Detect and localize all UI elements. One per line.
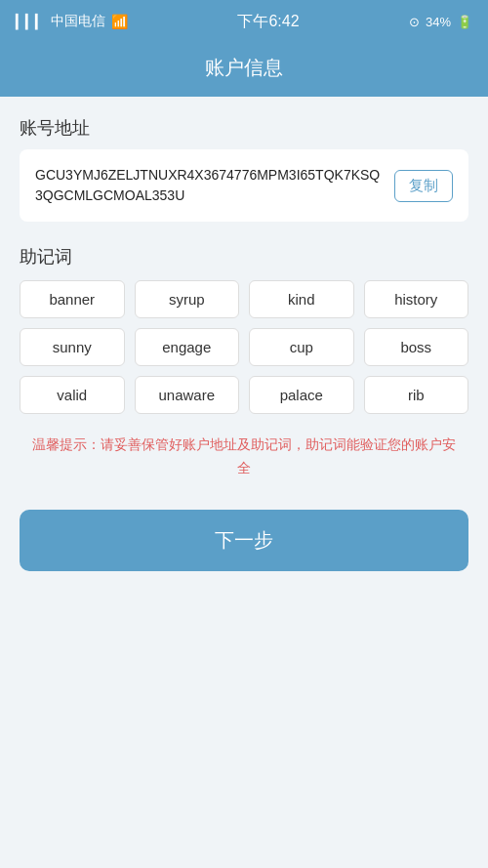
header: 账户信息 <box>0 43 488 97</box>
status-right: ⊙ 34% 🔋 <box>409 15 472 29</box>
address-text: GCU3YMJ6ZELJTNUXR4X3674776MPM3I65TQK7KSQ… <box>35 165 383 206</box>
mnemonic-word-5: sunny <box>20 328 125 366</box>
wifi-icon: 📶 <box>111 14 128 29</box>
carrier-label: 中国电信 <box>51 13 105 30</box>
signal-icon: ▎▎▎ <box>16 14 45 29</box>
status-time: 下午6:42 <box>237 12 299 32</box>
mnemonic-word-6: engage <box>135 328 240 366</box>
copy-button[interactable]: 复制 <box>394 170 453 202</box>
mnemonic-word-1: banner <box>20 280 125 318</box>
address-box: GCU3YMJ6ZELJTNUXR4X3674776MPM3I65TQK7KSQ… <box>20 149 468 222</box>
mnemonic-section-label: 助记词 <box>20 245 468 269</box>
mnemonic-word-3: kind <box>249 280 354 318</box>
mnemonic-word-9: valid <box>20 376 125 414</box>
mnemonic-word-4: history <box>364 280 469 318</box>
mnemonic-word-12: rib <box>364 376 469 414</box>
mnemonic-word-2: syrup <box>135 280 240 318</box>
page-title: 账户信息 <box>0 55 488 81</box>
status-bar: ▎▎▎ 中国电信 📶 下午6:42 ⊙ 34% 🔋 <box>0 0 488 43</box>
mnemonic-word-11: palace <box>249 376 354 414</box>
mnemonic-word-7: cup <box>249 328 354 366</box>
battery-icon: 🔋 <box>457 15 472 29</box>
main-content: 账号地址 GCU3YMJ6ZELJTNUXR4X3674776MPM3I65TQ… <box>0 97 488 868</box>
mnemonic-grid: bannersyrupkindhistorysunnyengagecupboss… <box>20 280 468 414</box>
mnemonic-word-8: boss <box>364 328 469 366</box>
gps-icon: ⊙ <box>409 15 420 29</box>
next-button[interactable]: 下一步 <box>20 510 468 571</box>
status-left: ▎▎▎ 中国电信 📶 <box>16 13 128 30</box>
account-section-label: 账号地址 <box>20 116 468 140</box>
next-button-wrapper: 下一步 <box>20 510 468 610</box>
mnemonic-word-10: unaware <box>135 376 240 414</box>
warning-text: 温馨提示：请妥善保管好账户地址及助记词，助记词能验证您的账户安全 <box>20 434 468 480</box>
battery-label: 34% <box>426 15 451 29</box>
